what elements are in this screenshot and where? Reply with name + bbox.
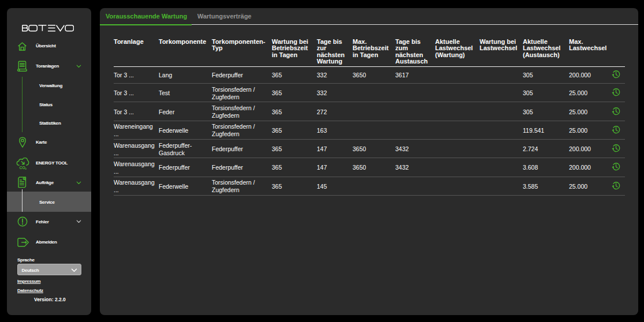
svg-text:CO: CO	[20, 166, 25, 170]
svg-text:2: 2	[25, 167, 27, 170]
